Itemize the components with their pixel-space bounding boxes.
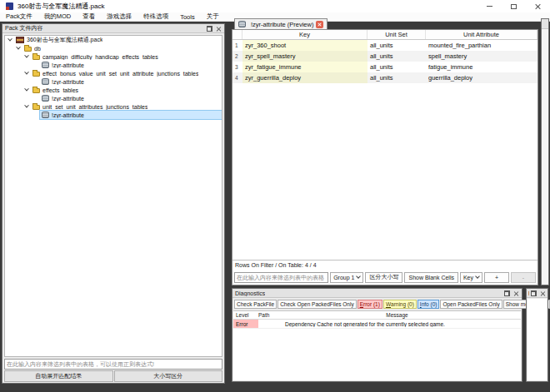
tree-item-label: 360射击与全军魔法精通.pack <box>27 36 102 44</box>
minimize-button[interactable] <box>478 0 502 12</box>
cell-unit-set[interactable]: all_units <box>368 62 426 72</box>
diagnostics-panel: Diagnostics Check PackFileCheck Open Pac… <box>232 288 522 382</box>
auto-expand-matches-button[interactable]: 自动展开匹配结果 <box>4 370 113 382</box>
tree-item[interactable]: !zyr-attribute <box>5 61 222 69</box>
filter-column-select[interactable]: Key <box>460 272 482 283</box>
remove-filter-button: - <box>511 272 536 283</box>
db-table-icon <box>42 78 49 85</box>
cell-key[interactable]: zyr_guerrilla_deploy <box>242 72 368 83</box>
tab-close-button[interactable] <box>316 21 323 28</box>
folder-icon <box>24 47 32 52</box>
tree-item-label: campaign_difficulty_handicap_effects_tab… <box>42 54 158 60</box>
chevron-down-icon <box>357 274 362 279</box>
table-row[interactable]: 3zyr_fatigue_immuneall_unitsfatigue_immu… <box>232 62 538 72</box>
cell-unit-set[interactable]: all_units <box>368 51 426 62</box>
add-filter-button[interactable]: + <box>484 272 509 283</box>
tree-item-label: !zyr-attribute <box>52 112 84 118</box>
undock-panel-button[interactable] <box>504 290 510 296</box>
packfile-contents-panel: Pack 文件内容 360射击与全军魔法精通.packdbcampaign_di… <box>2 23 225 384</box>
menu-item[interactable]: 游戏选择 <box>101 12 138 21</box>
diag-column-level[interactable]: Level <box>233 312 258 318</box>
column-header-unit-set[interactable]: Unit Set <box>368 30 426 39</box>
chevron-down-icon[interactable] <box>24 53 29 58</box>
case-sensitive-button[interactable]: 大小写区分 <box>114 370 223 382</box>
folder-icon <box>32 105 40 110</box>
table-filter-row: Group 1 区分大小写 Show Blank Cells Key + - <box>233 270 537 284</box>
folder-icon <box>32 72 40 77</box>
cell-key[interactable]: zyr_spell_mastery <box>242 51 368 62</box>
menu-item[interactable]: Pack文件 <box>0 12 38 21</box>
diag-column-path[interactable]: Path <box>258 312 273 318</box>
cell-key[interactable]: zyr_fatigue_immune <box>242 62 368 72</box>
column-header-key[interactable]: Key <box>242 30 368 39</box>
tree-item[interactable]: unit_set_unit_attributes_junctions_table… <box>5 102 222 111</box>
tree-item[interactable]: !zyr-attribute <box>5 77 222 86</box>
chevron-down-icon[interactable] <box>24 70 29 75</box>
tree-item[interactable]: effect_bonus_value_unit_set_unit_attribu… <box>5 69 222 77</box>
tab-zyr-attribute[interactable]: !zyr-attribute (Preview) <box>234 18 328 29</box>
open-packedfiles-only-button[interactable]: Open PackedFiles Only <box>440 300 502 309</box>
check-packfile-button[interactable]: Check PackFile <box>234 300 277 309</box>
title-bar: 360射击与全军魔法精通.pack <box>0 0 550 12</box>
undock-panel-button[interactable] <box>531 290 537 296</box>
cell-key[interactable]: zyr_360_shoot <box>242 40 368 51</box>
info-0-button[interactable]: Info (0) <box>418 300 440 309</box>
check-open-packedfiles-only-button[interactable]: Check Open PackedFiles Only <box>278 300 357 309</box>
menu-item[interactable]: 特殊选项 <box>138 12 174 21</box>
table-row[interactable]: 4zyr_guerrilla_deployall_unitsguerrilla_… <box>232 72 538 83</box>
pack-tree: 360射击与全军魔法精通.packdbcampaign_difficulty_h… <box>4 35 222 357</box>
tree-item-content: unit_set_unit_attributes_junctions_table… <box>31 102 222 111</box>
menu-item[interactable]: 查看 <box>77 12 101 21</box>
tree-item[interactable]: db <box>5 44 222 52</box>
references-title: Ref... <box>528 290 529 296</box>
references-body <box>528 299 547 380</box>
tree-item-content: 360射击与全军魔法精通.pack <box>14 36 222 44</box>
table-filter-input[interactable] <box>234 272 328 283</box>
chevron-down-icon[interactable] <box>16 45 21 50</box>
filter-group-select[interactable]: Group 1 <box>330 272 363 283</box>
chevron-down-icon[interactable] <box>24 87 29 92</box>
tree-filter-buttons: 自动展开匹配结果 大小写区分 <box>4 370 222 382</box>
diagnostics-table-header: Level Path Message <box>233 311 521 320</box>
tree-item[interactable]: effects_tables <box>5 86 222 94</box>
cell-unit-set[interactable]: all_units <box>368 40 426 51</box>
filter-case-sensitive-button[interactable]: 区分大小写 <box>365 272 402 283</box>
diagnostic-row[interactable]: ErrorDependency Cache not generated for … <box>233 320 521 329</box>
tree-filter-input[interactable] <box>4 359 222 370</box>
menu-item[interactable]: 关于 <box>201 12 225 21</box>
close-panel-button[interactable] <box>541 290 546 295</box>
table-row[interactable]: 2zyr_spell_masteryall_unitsspell_mastery <box>232 51 538 62</box>
cell-unit-attribute[interactable]: guerrilla_deploy <box>426 72 538 83</box>
table-row[interactable]: 1zyr_360_shootall_unitsmounted_fire_part… <box>232 40 538 51</box>
close-panel-button[interactable] <box>217 26 222 31</box>
db-table-icon <box>42 112 49 118</box>
cell-unit-set[interactable]: all_units <box>368 72 426 83</box>
tree-item[interactable]: !zyr-attribute <box>5 94 222 102</box>
cell-unit-attribute[interactable]: mounted_fire_parthian <box>426 40 538 51</box>
cell-unit-attribute[interactable]: fatigue_immune <box>426 62 538 72</box>
chevron-down-icon[interactable] <box>24 103 29 108</box>
warning-0-button[interactable]: Warning (0) <box>383 300 417 309</box>
undock-panel-button[interactable] <box>207 26 212 32</box>
chevron-down-icon <box>475 274 480 279</box>
tree-item[interactable]: !zyr-attribute <box>5 111 222 119</box>
tree-item-content: !zyr-attribute <box>40 111 222 119</box>
diag-column-message[interactable]: Message <box>273 312 521 318</box>
column-header-unit-attribute[interactable]: Unit Attribute <box>426 30 538 39</box>
show-blank-cells-button[interactable]: Show Blank Cells <box>404 272 458 283</box>
menu-item[interactable]: 我的MOD <box>38 12 78 21</box>
cell-unit-attribute[interactable]: spell_mastery <box>426 51 538 62</box>
tree-item[interactable]: campaign_difficulty_handicap_effects_tab… <box>5 52 222 61</box>
chevron-down-icon[interactable] <box>8 37 12 42</box>
row-number-header <box>232 30 242 39</box>
close-window-button[interactable] <box>526 0 550 12</box>
window-title: 360射击与全军魔法精通.pack <box>18 2 104 11</box>
window-controls <box>478 0 550 12</box>
tree-item[interactable]: 360射击与全军魔法精通.pack <box>5 36 222 44</box>
menu-item[interactable]: Tools <box>174 13 201 21</box>
diagnostics-toolbar: Check PackFileCheck Open PackedFiles Onl… <box>233 299 521 310</box>
tree-item-content: effect_bonus_value_unit_set_unit_attribu… <box>31 69 222 77</box>
error-1-button[interactable]: Error (1) <box>358 300 382 309</box>
maximize-button[interactable] <box>502 0 526 12</box>
close-panel-button[interactable] <box>514 290 519 295</box>
